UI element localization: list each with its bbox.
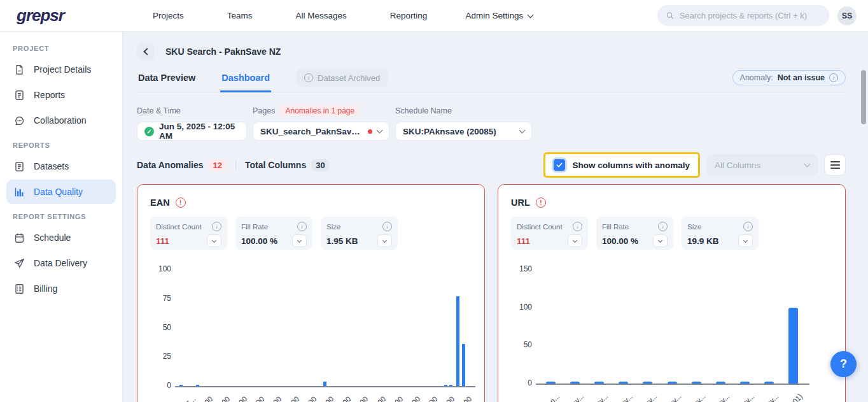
card-title-row: EAN! [150,197,472,208]
stat-value: 1.95 KB [326,236,358,246]
dataset-archived-label: Dataset Archived [318,73,380,83]
x-axis-label: paknsav... [727,392,755,402]
nav-link-reporting[interactable]: Reporting [390,11,428,20]
chart-bar [323,382,326,386]
schedule-select[interactable]: SKU:PAknsave (20085) [395,122,532,141]
sidebar-item-label: Datasets [34,161,69,171]
filter-bar: Date & Time ✓ Jun 5, 2025 - 12:05 AM Pag… [137,104,846,141]
bar-chart-icon [13,185,25,198]
sidebar-item-label: Billing [34,284,57,294]
all-columns-select[interactable]: All Columns [706,154,818,176]
chart-bar [196,385,199,386]
show-anomaly-checkbox[interactable] [554,159,565,171]
stat-fill-rate: Fill Ratei100.00 % [596,217,673,250]
primary-nav: ProjectsTeamsAll MessagesReporting [153,11,427,20]
stat-dropdown-button[interactable] [292,234,307,247]
back-button[interactable] [137,43,155,61]
info-icon[interactable]: i [658,222,668,231]
sidebar-section-report-settings: REPORT SETTINGS [13,213,109,220]
stat-value: 111 [517,236,530,246]
chart-bar [546,382,556,384]
chart-bar [462,344,465,386]
page-title: SKU Search - PaknSave NZ [165,47,281,57]
pages-select[interactable]: SKU_search_PaknSave_... [253,122,389,141]
chart-bar [643,382,652,384]
sidebar-item-collaboration[interactable]: Collaboration [6,108,116,133]
user-avatar[interactable]: SS [837,6,857,25]
chart-bar [179,385,183,386]
nav-link-projects[interactable]: Projects [153,11,184,20]
check-icon [556,161,563,169]
all-columns-placeholder: All Columns [715,161,760,170]
stat-dropdown-button[interactable] [377,234,392,247]
admin-settings-menu[interactable]: Admin Settings [465,11,533,20]
sidebar-item-schedule[interactable]: Schedule [6,226,116,250]
chevron-down-icon [519,127,526,134]
stat-dropdown-button[interactable] [738,234,753,247]
tab-data-preview[interactable]: Data Preview [137,69,197,92]
info-icon[interactable]: i [212,222,221,231]
total-columns-count: 30 [311,159,329,171]
help-button[interactable]: ? [830,351,857,377]
nav-link-all-messages[interactable]: All Messages [296,11,347,20]
chat-icon [13,114,25,127]
info-icon[interactable]: i [382,222,392,231]
column-cards: EAN!Distinct Counti111Fill Ratei100.00 %… [137,184,846,402]
info-icon[interactable]: i [573,222,582,231]
anomaly-dot-icon [368,129,372,134]
y-axis-tick: 100 [511,303,532,312]
stat-label: Distinct Count [517,223,563,231]
warning-icon[interactable]: ! [536,197,546,208]
nav-link-teams[interactable]: Teams [227,11,253,20]
stat-dropdown-button[interactable] [568,234,582,247]
y-axis-tick: 100 [150,264,171,273]
top-navbar: grepsr ProjectsTeamsAll MessagesReportin… [0,0,868,32]
sidebar-item-label: Project Details [34,64,91,75]
sidebar-item-data-delivery[interactable]: Data Delivery [6,251,116,275]
stat-fill-rate: Fill Ratei100.00 % [235,217,312,250]
stat-size: Sizei19.9 KB [682,217,759,250]
hamburger-icon [830,161,840,162]
divider [235,160,236,170]
app-logo[interactable]: grepsr [17,6,120,25]
stat-boxes: Distinct Counti111Fill Ratei100.00 %Size… [511,217,832,250]
anomaly-status-badge[interactable]: Anomaly: Not an issue i [732,70,846,85]
check-circle-icon: ✓ [144,127,154,136]
sidebar-item-data-quality[interactable]: Data Quality [6,180,116,204]
tab-dashboard[interactable]: Dashboard [220,69,271,92]
date-filter-input[interactable]: ✓ Jun 5, 2025 - 12:05 AM [137,122,247,141]
sidebar-item-project-details[interactable]: Project Details [6,57,116,82]
schedule-select-value: SKU:PAknsave (20085) [403,127,496,136]
x-axis-label: 8617... [176,395,197,402]
billing-icon [13,282,25,295]
chart-menu-button[interactable] [824,154,846,176]
ean-distribution-chart: 10075502508617...728.00312.00504.00624.0… [150,255,472,402]
sidebar-item-billing[interactable]: Billing [6,276,116,301]
global-search[interactable] [657,5,829,26]
schedule-filter-label: Schedule Name [395,106,452,115]
stat-label: Size [687,223,701,231]
search-input[interactable] [680,11,821,20]
chart-bar [444,385,447,386]
stat-dropdown-button[interactable] [207,234,221,247]
anomaly-filter-highlight-box: Show columns with anomaly [543,152,700,178]
sidebar-item-label: Reports [34,90,65,100]
warning-icon[interactable]: ! [176,197,186,208]
sidebar: PROJECTProject DetailsReportsCollaborati… [0,32,123,402]
info-icon[interactable]: i [743,222,753,231]
chart-bar [449,385,452,386]
calendar-icon [13,231,25,244]
sidebar-item-reports[interactable]: Reports [6,83,116,107]
stat-dropdown-button[interactable] [653,234,668,247]
info-icon[interactable]: i [297,222,307,231]
x-axis-label: paknsav... [581,392,610,402]
sidebar-item-label: Data Delivery [34,258,87,268]
sidebar-item-datasets[interactable]: Datasets [6,154,116,178]
chart-bar [788,308,798,384]
card-title: URL [511,197,530,208]
scrollbar-thumb[interactable] [861,70,866,124]
data-anomalies-label: Data Anomalies [137,160,204,170]
chart-bar [764,382,774,384]
stat-label: Fill Rate [602,223,629,231]
chart-bar [692,382,701,384]
